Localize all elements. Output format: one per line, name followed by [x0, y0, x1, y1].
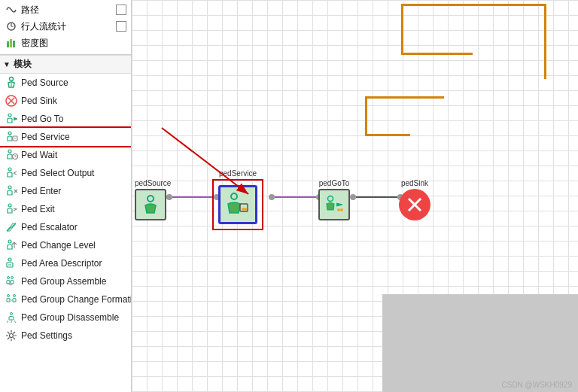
ped-group-disassemble-label: Ped Group Disassemble [21, 312, 119, 323]
dot1 [166, 194, 172, 200]
sidebar-item-ped-area-descriptor[interactable]: Ped Area Descriptor [0, 254, 131, 272]
dot5 [350, 194, 356, 200]
svg-point-35 [328, 196, 333, 202]
ped-exit-label: Ped Exit [21, 204, 55, 214]
ped-exit-icon [5, 202, 18, 216]
wall-h3 [365, 96, 444, 99]
svg-point-37 [340, 208, 343, 211]
dot3 [269, 194, 275, 200]
sidebar-item-ped-group-disassemble[interactable]: Ped Group Disassemble [0, 308, 131, 327]
pedsource-box [135, 189, 166, 220]
wall-v1 [401, 4, 403, 53]
sidebar-item-ped-escalator[interactable]: Ped Escalator [0, 218, 131, 236]
pedgoto-box [318, 189, 350, 220]
ped-escalator-icon [5, 220, 18, 234]
ped-change-level-icon [5, 239, 18, 252]
sidebar-item-ped-exit[interactable]: Ped Exit [0, 200, 131, 218]
ped-area-descriptor-icon [5, 257, 18, 270]
ped-enter-icon [5, 184, 18, 198]
ped-sink-icon [5, 94, 18, 108]
wall-h1 [401, 4, 544, 6]
density-icon [5, 36, 18, 50]
ped-settings-icon [5, 329, 18, 342]
line1 [172, 196, 214, 198]
ped-wait-label: Ped Wait [21, 150, 57, 160]
ped-group-assemble-icon [5, 275, 18, 288]
svg-point-30 [148, 196, 154, 202]
ped-change-level-label: Ped Change Level [21, 240, 96, 251]
sidebar-item-行人流统计[interactable]: 行人流统计 [0, 18, 131, 35]
ped-group-disassemble-icon [5, 311, 18, 324]
sidebar-item-ped-service[interactable]: Ped Service [0, 128, 131, 146]
sidebar-item-ped-enter[interactable]: Ped Enter [0, 182, 131, 200]
ped-wait-icon [5, 148, 18, 162]
svg-point-28 [11, 313, 13, 315]
svg-point-26 [14, 295, 16, 297]
top-menu-items: 路径 行人流统计 密度图 [0, 0, 131, 55]
flow-node-pedgoto: pedGoTo [318, 179, 350, 220]
ped-group-change-formation-icon [5, 293, 18, 306]
module-section-header[interactable]: ▼ 模块 [0, 55, 131, 74]
svg-rect-3 [13, 41, 15, 47]
sidebar-item-密度图[interactable]: 密度图 [0, 35, 131, 51]
svg-point-8 [8, 114, 11, 117]
wall-v2 [544, 4, 546, 79]
ped-service-icon [5, 130, 18, 144]
svg-point-25 [8, 295, 10, 297]
section-label: 模块 [14, 58, 32, 71]
svg-point-36 [337, 208, 340, 211]
svg-point-12 [8, 150, 11, 153]
sidebar-item-ped-group-assemble[interactable]: Ped Group Assemble [0, 272, 131, 290]
sidebar-item-ped-select-output[interactable]: Ped Select Output [0, 164, 131, 182]
sidebar-item-ped-group-change-formation[interactable]: Ped Group Change Formation [0, 290, 131, 308]
wall-h2 [401, 53, 473, 55]
pedsink-label: pedSink [399, 179, 430, 187]
wall-h4 [365, 134, 410, 136]
connector-goto-sink [350, 194, 403, 200]
canvas-area[interactable]: pedSource pedService [132, 0, 578, 392]
sidebar-item-ped-wait[interactable]: Ped Wait [0, 146, 131, 164]
edit-icon-route [116, 5, 126, 15]
pedsink-box [399, 189, 430, 220]
sidebar-item-ped-go-to[interactable]: Ped Go To [0, 110, 131, 128]
svg-rect-2 [10, 39, 12, 47]
wall-v3 [365, 96, 367, 134]
edit-icon-stats [116, 21, 126, 32]
svg-point-19 [8, 240, 11, 243]
watermark: CSDN @WSKH0929 [501, 381, 572, 389]
simulation-canvas[interactable]: pedSource pedService [132, 0, 578, 392]
ped-sink-label: Ped Sink [21, 96, 57, 106]
svg-point-20 [8, 258, 11, 261]
sidebar-item-ped-settings[interactable]: Ped Settings [0, 327, 131, 345]
gray-floor-area [382, 294, 578, 392]
svg-point-18 [8, 204, 11, 207]
sidebar-item-ped-change-level[interactable]: Ped Change Level [0, 236, 131, 254]
ped-source-icon [5, 76, 18, 90]
svg-point-24 [11, 277, 14, 279]
pedsource-label: pedSource [135, 179, 171, 187]
route-icon [5, 3, 18, 17]
pedservice-box [218, 185, 257, 224]
svg-point-16 [8, 168, 11, 171]
sidebar-item-ped-source[interactable]: Ped Source [0, 74, 131, 92]
svg-point-31 [231, 193, 237, 199]
ped-select-output-label: Ped Select Output [21, 168, 94, 178]
ped-enter-label: Ped Enter [21, 186, 61, 196]
sidebar-item-ped-sink[interactable]: Ped Sink [0, 92, 131, 110]
flow-node-pedservice: pedService [212, 169, 263, 230]
route-label: 路径 [21, 4, 39, 17]
ped-settings-label: Ped Settings [21, 330, 72, 341]
ped-go-to-icon [5, 112, 18, 126]
ped-area-descriptor-label: Ped Area Descriptor [21, 258, 102, 269]
svg-point-4 [10, 77, 14, 81]
svg-point-17 [8, 186, 11, 189]
pedservice-label: pedService [212, 169, 263, 178]
ped-escalator-label: Ped Escalator [21, 222, 78, 232]
sidebar-item-路径[interactable]: 路径 [0, 2, 131, 18]
left-sidebar[interactable]: 路径 行人流统计 密度图 ▼ [0, 0, 132, 392]
section-arrow: ▼ [3, 60, 11, 68]
svg-rect-1 [7, 41, 9, 47]
density-label: 密度图 [21, 37, 48, 50]
ped-group-assemble-label: Ped Group Assemble [21, 276, 106, 287]
line3 [356, 196, 397, 198]
